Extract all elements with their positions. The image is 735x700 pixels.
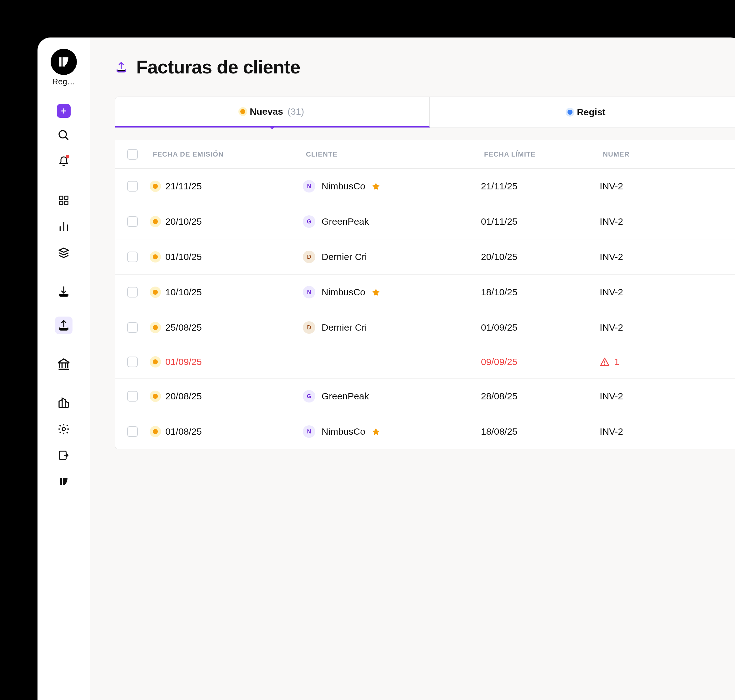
table-row[interactable]: 21/11/25 N NimbusCo 21/11/25 INV-2 bbox=[115, 169, 735, 204]
table-row[interactable]: 25/08/25 D Dernier Cri 01/09/25 INV-2 bbox=[115, 310, 735, 345]
search-icon[interactable] bbox=[55, 126, 72, 144]
analytics-icon[interactable] bbox=[55, 218, 72, 235]
column-label: CLIENTE bbox=[306, 150, 338, 159]
column-client[interactable]: CLIENTE bbox=[303, 150, 481, 159]
emit-date: 01/08/25 bbox=[165, 426, 202, 437]
invoice-number: INV-2 bbox=[600, 251, 623, 262]
column-emit-date[interactable]: FECHA DE EMISIÓN bbox=[150, 150, 303, 159]
due-date-cell: 28/08/25 bbox=[481, 391, 600, 401]
invoice-number: INV-2 bbox=[600, 426, 623, 437]
row-select-cell bbox=[115, 216, 150, 227]
emit-date-cell: 25/08/25 bbox=[150, 322, 303, 333]
due-date: 01/09/25 bbox=[481, 322, 517, 332]
tab-label: Regist bbox=[577, 107, 606, 118]
number-cell: INV-2 bbox=[600, 287, 735, 297]
row-select-cell bbox=[115, 391, 150, 401]
due-date: 01/11/25 bbox=[481, 216, 517, 226]
due-date-cell: 21/11/25 bbox=[481, 181, 600, 191]
notification-badge bbox=[66, 155, 69, 159]
column-select-all bbox=[115, 149, 150, 160]
settings-icon[interactable] bbox=[55, 420, 72, 438]
buildings-icon[interactable] bbox=[55, 394, 72, 412]
row-checkbox[interactable] bbox=[127, 322, 138, 333]
table-row[interactable]: 01/10/25 D Dernier Cri 20/10/25 INV-2 bbox=[115, 240, 735, 275]
client-name: Dernier Cri bbox=[322, 322, 367, 333]
tab-nuevas[interactable]: Nuevas (31) bbox=[115, 97, 430, 128]
app-logo-icon[interactable] bbox=[51, 49, 77, 75]
due-date: 18/10/25 bbox=[481, 287, 517, 297]
sidebar: Reg… bbox=[38, 37, 90, 700]
number-cell: INV-2 bbox=[600, 426, 735, 437]
due-date: 28/08/25 bbox=[481, 391, 517, 401]
emit-date-cell: 01/10/25 bbox=[150, 251, 303, 262]
emit-date: 20/10/25 bbox=[165, 216, 202, 227]
notifications-icon[interactable] bbox=[55, 153, 72, 170]
table-row[interactable]: 20/10/25 G GreenPeak 01/11/25 INV-2 bbox=[115, 204, 735, 240]
upload-header-icon bbox=[115, 61, 128, 74]
bank-icon[interactable] bbox=[55, 355, 72, 373]
emit-date: 21/11/25 bbox=[165, 181, 202, 191]
status-dot bbox=[153, 219, 158, 224]
row-checkbox[interactable] bbox=[127, 216, 138, 227]
table-row[interactable]: 01/08/25 N NimbusCo 18/08/25 INV-2 bbox=[115, 414, 735, 449]
column-due-date[interactable]: FECHA LÍMITE bbox=[481, 150, 600, 159]
emit-date-cell: 20/10/25 bbox=[150, 216, 303, 227]
invoice-number: INV-2 bbox=[600, 287, 623, 297]
table-row[interactable]: 01/09/25 09/09/25 1 bbox=[115, 345, 735, 379]
number-cell: INV-2 bbox=[600, 322, 735, 333]
table-header-row: FECHA DE EMISIÓN CLIENTE FECHA LÍMITE NU… bbox=[115, 140, 735, 169]
logout-icon[interactable] bbox=[55, 447, 72, 464]
emit-date-cell: 01/08/25 bbox=[150, 426, 303, 437]
row-checkbox[interactable] bbox=[127, 357, 138, 367]
due-date: 21/11/25 bbox=[481, 181, 517, 191]
emit-date: 01/10/25 bbox=[165, 251, 202, 262]
brand-mark-icon[interactable] bbox=[55, 473, 72, 490]
star-icon bbox=[372, 427, 380, 436]
client-name: NimbusCo bbox=[322, 181, 365, 191]
invoice-number: INV-2 bbox=[600, 181, 623, 191]
client-cell: G GreenPeak bbox=[303, 215, 481, 228]
row-checkbox[interactable] bbox=[127, 181, 138, 191]
upload-icon[interactable] bbox=[55, 316, 72, 334]
star-icon bbox=[372, 288, 380, 297]
download-icon[interactable] bbox=[55, 283, 72, 300]
invoice-number: 1 bbox=[614, 357, 619, 367]
row-checkbox[interactable] bbox=[127, 287, 138, 297]
row-select-cell bbox=[115, 181, 150, 191]
due-date: 09/09/25 bbox=[481, 357, 517, 367]
column-label: FECHA DE EMISIÓN bbox=[153, 150, 224, 159]
invoice-number: INV-2 bbox=[600, 322, 623, 333]
layers-icon[interactable] bbox=[55, 244, 72, 262]
emit-date-cell: 21/11/25 bbox=[150, 181, 303, 191]
svg-rect-1 bbox=[60, 196, 63, 200]
client-avatar: D bbox=[303, 321, 315, 334]
table-row[interactable]: 20/08/25 G GreenPeak 28/08/25 INV-2 bbox=[115, 379, 735, 414]
row-checkbox[interactable] bbox=[127, 251, 138, 262]
due-date: 20/10/25 bbox=[481, 251, 517, 262]
status-dot bbox=[153, 359, 158, 365]
add-button[interactable] bbox=[57, 104, 71, 118]
page-header: Facturas de cliente bbox=[115, 56, 735, 78]
select-all-checkbox[interactable] bbox=[127, 149, 138, 160]
column-number[interactable]: NUMER bbox=[600, 150, 735, 159]
svg-point-5 bbox=[62, 428, 65, 431]
client-cell: D Dernier Cri bbox=[303, 251, 481, 263]
invoice-number: INV-2 bbox=[600, 216, 623, 227]
tab-count: (31) bbox=[288, 106, 304, 117]
tab-label: Nuevas bbox=[250, 106, 283, 117]
invoices-table: FECHA DE EMISIÓN CLIENTE FECHA LÍMITE NU… bbox=[115, 140, 735, 449]
status-dot bbox=[153, 325, 158, 330]
status-dot bbox=[153, 290, 158, 295]
tab-registradas[interactable]: Regist bbox=[430, 97, 735, 128]
row-checkbox[interactable] bbox=[127, 391, 138, 401]
client-avatar: N bbox=[303, 425, 315, 438]
table-row[interactable]: 10/10/25 N NimbusCo 18/10/25 INV-2 bbox=[115, 275, 735, 310]
row-checkbox[interactable] bbox=[127, 426, 138, 437]
due-date-cell: 20/10/25 bbox=[481, 251, 600, 262]
emit-date-cell: 20/08/25 bbox=[150, 391, 303, 401]
dashboard-icon[interactable] bbox=[55, 191, 72, 209]
emit-date: 20/08/25 bbox=[165, 391, 202, 401]
client-avatar: G bbox=[303, 215, 315, 228]
svg-rect-2 bbox=[65, 196, 68, 200]
number-cell: INV-2 bbox=[600, 251, 735, 262]
